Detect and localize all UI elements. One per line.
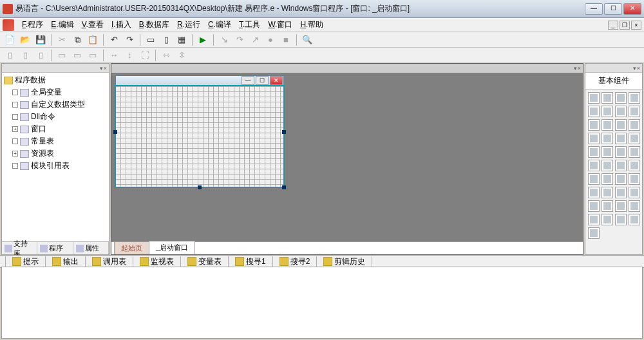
find-button[interactable]: 🔍 [300, 33, 314, 46]
menu-help[interactable]: H.帮助 [296, 18, 327, 32]
grid-tool[interactable] [615, 119, 627, 131]
picture-tool[interactable] [615, 92, 627, 104]
step-out-button[interactable]: ↗ [248, 33, 262, 46]
button-tool[interactable] [629, 92, 640, 104]
list-tool[interactable] [588, 133, 600, 144]
minimize-button[interactable]: — [585, 3, 603, 15]
resize-handle[interactable] [282, 185, 286, 189]
tab-startup-window[interactable]: _启动窗口 [149, 241, 195, 254]
form-client-area[interactable] [115, 86, 284, 187]
project-tree[interactable]: 程序数据 全局变量 自定义数据类型 Dll命令 +窗口 常量表 +资源表 模块引… [2, 73, 109, 241]
tab-program[interactable]: 程序 [37, 242, 73, 254]
menu-program[interactable]: F.程序 [18, 18, 47, 32]
frame-tool[interactable] [629, 106, 640, 117]
print-tool[interactable] [615, 173, 627, 185]
ole-tool[interactable] [629, 160, 640, 171]
date-tool[interactable] [588, 160, 600, 171]
slider-tool[interactable] [629, 133, 640, 144]
menu-database[interactable]: B.数据库 [135, 18, 173, 32]
resize-handle[interactable] [113, 130, 117, 134]
mdi-close-button[interactable]: × [631, 21, 641, 30]
panel-pin-icon[interactable]: ▾ [574, 65, 577, 71]
radio-tool[interactable] [601, 106, 613, 117]
undo-button[interactable]: ↶ [107, 33, 121, 46]
panel-close-icon[interactable]: × [104, 65, 107, 71]
tree-node-dll[interactable]: Dll命令 [3, 111, 108, 123]
menu-run[interactable]: R.运行 [173, 18, 204, 32]
tree-root[interactable]: 程序数据 [3, 74, 108, 86]
dialog-tool[interactable] [629, 173, 640, 185]
panel-close-icon[interactable]: × [578, 65, 581, 71]
label-tool[interactable] [601, 92, 613, 104]
text-tool[interactable] [615, 106, 627, 117]
align-left-button[interactable]: ▯ [3, 49, 17, 62]
richedit-tool[interactable] [615, 160, 627, 171]
checkbox-tool[interactable] [588, 106, 600, 117]
odbc2-tool[interactable] [588, 227, 600, 239]
mdi-restore-button[interactable]: ❐ [620, 21, 630, 30]
color-tool[interactable] [588, 187, 600, 198]
tree-node-windows[interactable]: +窗口 [3, 123, 108, 135]
menu-tools[interactable]: T.工具 [235, 18, 264, 32]
panel-pin-icon[interactable]: ▾ [100, 65, 103, 71]
hspace-button[interactable]: ⇿ [159, 49, 173, 62]
file-tool[interactable] [629, 187, 640, 198]
stop-button[interactable]: ■ [279, 33, 293, 46]
tree-node-types[interactable]: 自定义数据类型 [3, 99, 108, 111]
paste-button[interactable]: 📋 [86, 33, 100, 46]
xml-tool[interactable] [615, 214, 627, 225]
step-in-button[interactable]: ↘ [217, 33, 231, 46]
resize-handle[interactable] [282, 130, 286, 134]
edit-tool[interactable] [588, 119, 600, 131]
scroll-tool[interactable] [601, 146, 613, 158]
tree-node-modules[interactable]: 模块引用表 [3, 160, 108, 172]
align-center-button[interactable]: ▯ [18, 49, 32, 62]
progress-tool[interactable] [588, 146, 600, 158]
tree-tool[interactable] [601, 133, 613, 144]
same-height-button[interactable]: ↕ [122, 49, 137, 62]
tab-properties[interactable]: 属性 [73, 242, 109, 254]
db-tool[interactable] [588, 200, 600, 212]
layout3-button[interactable]: ▦ [175, 33, 189, 46]
form-minimize-button[interactable]: — [242, 76, 254, 85]
comm-tool[interactable] [601, 173, 613, 185]
tab-support-lib[interactable]: 支持库 [2, 242, 37, 254]
run-button[interactable]: ▶ [196, 33, 210, 46]
expand-icon[interactable]: + [12, 151, 18, 156]
cut-button[interactable]: ✂ [55, 33, 69, 46]
open-button[interactable]: 📂 [18, 33, 32, 46]
align-bottom-button[interactable]: ▭ [86, 49, 100, 62]
design-canvas[interactable]: — ☐ ✕ [111, 73, 583, 241]
maximize-button[interactable]: ☐ [604, 3, 622, 15]
folder-tool[interactable] [615, 187, 627, 198]
menu-window[interactable]: W.窗口 [264, 18, 296, 32]
layout2-button[interactable]: ▯ [159, 33, 173, 46]
copy-button[interactable]: ⧉ [70, 33, 84, 46]
form-close-button[interactable]: ✕ [270, 76, 283, 85]
menu-edit[interactable]: E.编辑 [47, 18, 77, 32]
redo-button[interactable]: ↷ [122, 33, 137, 46]
menu-compile[interactable]: C.编译 [204, 18, 235, 32]
chart-tool[interactable] [615, 200, 627, 212]
calendar-tool[interactable] [629, 146, 640, 158]
resize-handle[interactable] [198, 185, 202, 189]
odbc-tool[interactable] [629, 214, 640, 225]
tab-start-page[interactable]: 起始页 [114, 241, 149, 254]
vspace-button[interactable]: ⇳ [175, 49, 189, 62]
breakpoint-button[interactable]: ● [263, 33, 278, 46]
menu-insert[interactable]: I.插入 [108, 18, 135, 32]
time-tool[interactable] [601, 160, 613, 171]
close-button[interactable]: ✕ [623, 3, 641, 15]
mdi-minimize-button[interactable]: _ [608, 21, 618, 30]
panel-close-icon[interactable]: × [637, 65, 640, 71]
tree-node-globals[interactable]: 全局变量 [3, 86, 108, 99]
new-button[interactable]: 📄 [3, 33, 17, 46]
tree-node-constants[interactable]: 常量表 [3, 135, 108, 147]
socket-tool[interactable] [588, 214, 600, 225]
net-tool[interactable] [629, 200, 640, 212]
align-middle-button[interactable]: ▭ [70, 49, 84, 62]
font-tool[interactable] [601, 187, 613, 198]
timer-tool[interactable] [588, 173, 600, 185]
expand-icon[interactable]: + [12, 126, 18, 132]
pointer-tool[interactable] [588, 92, 600, 104]
